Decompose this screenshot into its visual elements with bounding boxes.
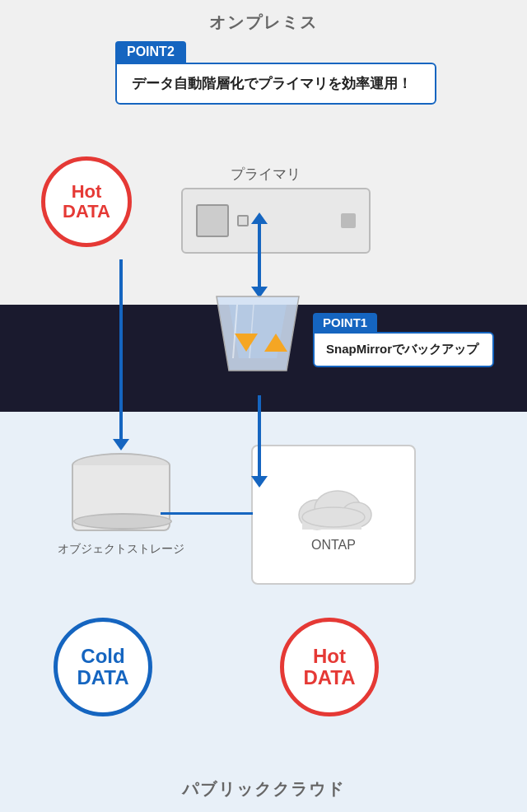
ontap-box: ONTAP — [251, 445, 416, 585]
storage-port — [341, 213, 356, 228]
hot-data-top-line2: DATA — [63, 202, 110, 222]
point2-content: データ自動階層化でプライマリを効率運用！ — [115, 63, 436, 105]
hot-data-bottom-line1: Hot — [313, 646, 346, 667]
point1-badge: POINT1 — [313, 313, 377, 332]
point1-box: POINT1 SnapMirrorでバックアップ — [313, 313, 494, 367]
storage-body — [181, 188, 371, 254]
cloud-label: パブリッククラウド — [0, 778, 527, 800]
storage-device — [181, 188, 371, 262]
orange-arrows — [235, 334, 287, 352]
cylinder — [72, 453, 170, 535]
primary-label: プライマリ — [231, 165, 301, 184]
arrow-down-center — [258, 395, 261, 478]
hot-circle-top: Hot DATA — [41, 156, 132, 247]
arrow-vertical-center — [258, 222, 261, 288]
hot-data-top: Hot DATA — [41, 156, 132, 247]
ontap-label: ONTAP — [311, 538, 356, 553]
cloud-icon — [292, 478, 375, 531]
cylinder-bottom-ellipse — [73, 513, 172, 530]
point1-content: SnapMirrorでバックアップ — [313, 332, 494, 367]
onpremise-label: オンプレミス — [0, 0, 527, 34]
point2-box: POINT2 データ自動階層化でプライマリを効率運用！ — [115, 41, 436, 105]
orange-arrow-up — [264, 334, 287, 352]
hot-data-bottom: Hot DATA — [280, 618, 379, 716]
cylinder-container: オブジェクトストレージ — [58, 453, 184, 557]
arrow-down-left — [119, 259, 123, 441]
hot-circle-bottom: Hot DATA — [280, 618, 379, 716]
cold-data-circle: Cold DATA — [54, 618, 152, 716]
cold-data-line2: DATA — [77, 667, 128, 688]
storage-indicator — [237, 215, 249, 226]
h-line — [161, 512, 253, 515]
hot-data-bottom-line2: DATA — [303, 667, 355, 688]
hot-data-top-line1: Hot — [72, 182, 102, 202]
storage-slot — [196, 204, 229, 237]
cold-data-line1: Cold — [81, 646, 124, 667]
svg-point-8 — [302, 507, 365, 527]
orange-arrow-down — [235, 334, 258, 352]
point2-badge: POINT2 — [115, 41, 186, 63]
cold-circle: Cold DATA — [54, 618, 152, 716]
cylinder-body — [72, 465, 170, 531]
object-storage-label: オブジェクトストレージ — [58, 542, 184, 557]
